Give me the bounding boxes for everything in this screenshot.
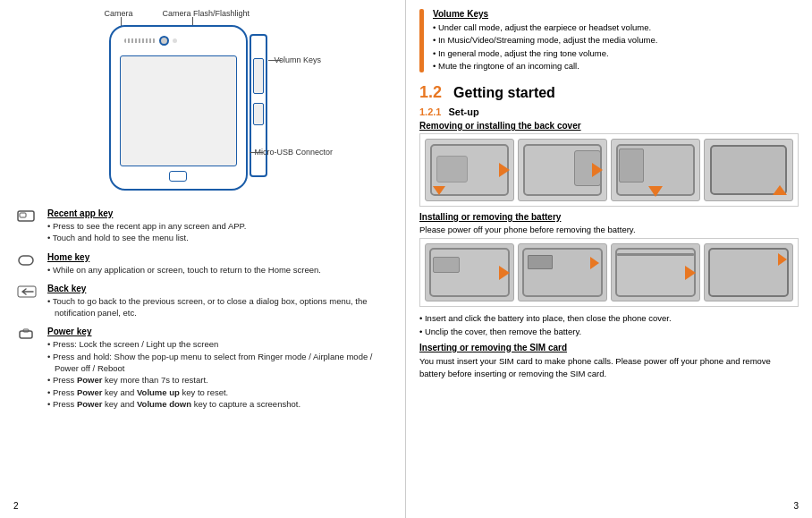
home-key-title: Home key bbox=[47, 252, 392, 262]
recent-app-title: Recent app key bbox=[47, 208, 392, 218]
camera-label: Camera bbox=[105, 9, 133, 18]
cover-box-2 bbox=[518, 139, 607, 201]
battery-diagram bbox=[419, 238, 799, 307]
volume-keys-section: Volume Keys Under call mode, adjust the … bbox=[419, 9, 799, 72]
battery-bullet-1: Unclip the cover, then remove the batter… bbox=[419, 326, 799, 337]
power-bullet-3: Press Power key and Volume up key to res… bbox=[47, 386, 392, 398]
cover-box-4 bbox=[704, 139, 793, 201]
recent-app-icon bbox=[13, 208, 40, 249]
sim-text: You must insert your SIM card to make ph… bbox=[419, 355, 799, 381]
back-cover-diagram bbox=[419, 133, 799, 207]
cover-box-1 bbox=[425, 139, 514, 201]
back-cover-subtitle: Removing or installing the back cover bbox=[419, 121, 799, 131]
power-bullet-2: Press Power key more than 7s to restart. bbox=[47, 374, 392, 386]
back-key: Back key Touch to go back to the previou… bbox=[47, 284, 392, 319]
home-key-bullet-0: While on any application or screen, touc… bbox=[47, 264, 392, 276]
power-key-title: Power key bbox=[47, 327, 392, 336]
back-key-bullet-0: Touch to go back to the previous screen,… bbox=[47, 295, 392, 319]
vk-bullet-3: Mute the ringtone of an incoming call. bbox=[433, 60, 799, 72]
battery-box-2 bbox=[518, 243, 607, 301]
battery-bullet-0: Insert and click the battery into place,… bbox=[419, 312, 799, 324]
keys-section: Recent app key Press to see the recent a… bbox=[13, 208, 392, 414]
sim-subtitle: Inserting or removing the SIM card bbox=[419, 343, 799, 352]
power-key: Power key Press: Lock the screen / Light… bbox=[47, 327, 392, 410]
phone-diagram: Camera Camera Flash/Flashlight bbox=[13, 9, 392, 201]
orange-bar bbox=[419, 9, 424, 72]
page-number-right: 3 bbox=[793, 501, 799, 511]
section-num: 1.2 bbox=[419, 83, 442, 101]
volume-keys-title: Volume Keys bbox=[433, 9, 799, 19]
home-key: Home key While on any application or scr… bbox=[47, 252, 392, 276]
back-icon bbox=[13, 284, 40, 324]
page-number-left: 2 bbox=[13, 501, 19, 511]
section-header: 1.2 Getting started bbox=[419, 83, 799, 102]
recent-app-bullet-0: Press to see the recent app in any scree… bbox=[47, 220, 392, 232]
back-key-title: Back key bbox=[47, 284, 392, 293]
battery-warning: Please power off your phone before remov… bbox=[419, 225, 799, 234]
subsection-line: 1.2.1 Set-up bbox=[419, 106, 799, 117]
subsection-num: 1.2.1 bbox=[419, 106, 441, 117]
svg-rect-1 bbox=[20, 213, 26, 217]
flash-label: Camera Flash/Flashlight bbox=[163, 9, 250, 18]
battery-subtitle: Installing or removing the battery bbox=[419, 212, 799, 222]
power-icon bbox=[13, 327, 40, 414]
power-bullet-0: Press: Lock the screen / Light up the sc… bbox=[47, 338, 392, 350]
vk-bullet-2: In general mode, adjust the ring tone vo… bbox=[433, 47, 799, 60]
home-icon bbox=[13, 252, 40, 280]
power-bullet-4: Press Power key and Volume down key to c… bbox=[47, 398, 392, 410]
section-title: Getting started bbox=[453, 85, 555, 100]
svg-rect-2 bbox=[19, 256, 33, 265]
recent-app-bullet-1: Touch and hold to see the menu list. bbox=[47, 232, 392, 243]
recent-app-key: Recent app key Press to see the recent a… bbox=[47, 208, 392, 244]
usb-label: Micro-USB Connector bbox=[255, 148, 334, 157]
cover-box-3 bbox=[611, 139, 700, 201]
left-page: Camera Camera Flash/Flashlight bbox=[0, 0, 406, 518]
subsection-title: Set-up bbox=[448, 106, 478, 117]
battery-box-1 bbox=[425, 243, 514, 301]
volume-keys-content: Volume Keys Under call mode, adjust the … bbox=[433, 9, 799, 72]
vk-bullet-0: Under call mode, adjust the earpiece or … bbox=[433, 21, 799, 34]
power-bullet-1: Press and hold: Show the pop-up menu to … bbox=[47, 351, 392, 375]
right-page: Volume Keys Under call mode, adjust the … bbox=[406, 0, 812, 518]
battery-box-3 bbox=[611, 243, 700, 301]
vk-bullet-1: In Music/Video/Streaming mode, adjust th… bbox=[433, 34, 799, 47]
battery-box-4 bbox=[704, 243, 793, 301]
